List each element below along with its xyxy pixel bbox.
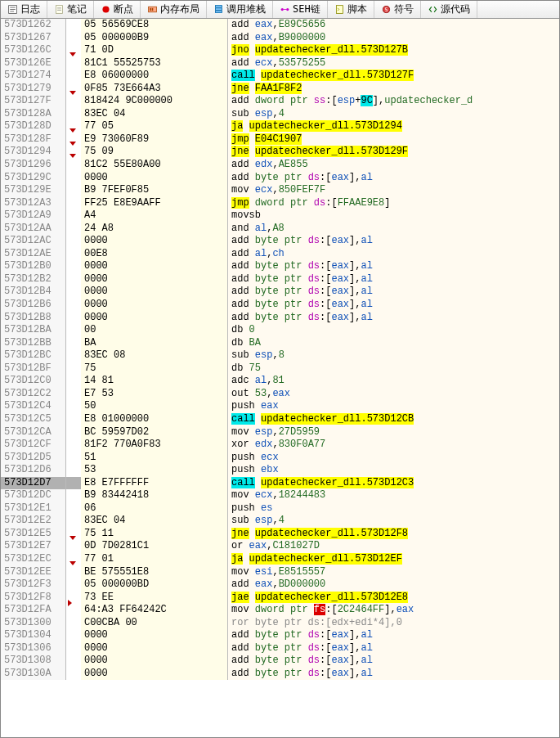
disasm-row[interactable]: 573D12B80000add byte ptr ds:[eax],al [1, 312, 559, 325]
address: 573D12EE [1, 566, 66, 579]
disassembly: call updatechecker_dll.573D127F [228, 70, 559, 83]
disasm-row[interactable]: 573D12D653push ebx [1, 464, 559, 477]
disasm-row[interactable]: 573D12D7E8 E7FFFFFFcall updatechecker_dl… [1, 477, 559, 490]
tab-notes[interactable]: 笔记 [47, 1, 94, 18]
bytes: 05 56569CE8 [81, 19, 228, 32]
disasm-row[interactable]: 573D12E106push es [1, 502, 559, 515]
disassembly: call updatechecker_dll.573D12C3 [228, 477, 559, 490]
disassembly: jne updatechecker_dll.573D12F8 [228, 528, 559, 541]
disassembly: add byte ptr ds:[eax],al [228, 299, 559, 312]
disasm-row[interactable]: 573D12C2E7 53out 53,eax [1, 388, 559, 401]
disasm-row[interactable]: 573D12C450push eax [1, 400, 559, 413]
address: 573D12C4 [1, 400, 66, 413]
tab-script[interactable]: 脚本 [328, 1, 374, 18]
disasm-row[interactable]: 573D12BBBAdb BA [1, 337, 559, 350]
disasm-row[interactable]: 573D12A9A4movsb [1, 209, 559, 223]
disasm-row[interactable]: 573D12E70D 7D0281C1or eax,C181027D [1, 540, 559, 553]
disasm-row[interactable]: 573D12DCB9 83442418mov ecx,18244483 [1, 489, 559, 502]
disasm-row[interactable]: 573D12B20000add byte ptr ds:[eax],al [1, 273, 559, 286]
bytes: 51 [81, 452, 228, 465]
address: 573D12B8 [1, 312, 66, 325]
disasm-row[interactable]: 573D12BF75db 75 [1, 362, 559, 376]
disasm-row[interactable]: 573D12F873 EEjae updatechecker_dll.573D1… [1, 592, 559, 605]
disasm-row[interactable]: 573D12EC77 01ja updatechecker_dll.573D12… [1, 553, 559, 566]
tab-memmap[interactable]: 内存布局 [141, 1, 207, 18]
disasm-row[interactable]: 573D126205 56569CE8add eax,E89C5656 [1, 19, 559, 32]
disasm-row[interactable]: 573D128FE9 73060F89jmp E04C1907 [1, 133, 559, 146]
disasm-row[interactable]: 573D1274E8 06000000call updatechecker_dl… [1, 70, 559, 83]
disasm-row[interactable]: 573D12AC0000add byte ptr ds:[eax],al [1, 235, 559, 248]
bytes: BA [81, 337, 228, 350]
disassembly: push ebx [228, 464, 559, 477]
disasm-row[interactable]: 573D129C0000add byte ptr ds:[eax],al [1, 172, 559, 185]
address: 573D12CA [1, 426, 66, 439]
bytes: 73 EE [81, 592, 228, 605]
disasm-row[interactable]: 573D12A3FF25 E8E9AAFFjmp dword ptr ds:[F… [1, 197, 559, 210]
bytes: B9 83442418 [81, 489, 228, 502]
disasm-row[interactable]: 573D129681C2 55E80A00add edx,AE855 [1, 159, 559, 172]
tab-breakpoints[interactable]: 断点 [94, 1, 141, 18]
bytes: 00 [81, 324, 228, 337]
disasm-row[interactable]: 573D126C71 0Djno updatechecker_dll.573D1… [1, 44, 559, 57]
disasm-row[interactable]: 573D12AA24 A8and al,A8 [1, 223, 559, 236]
address: 573D12F8 [1, 592, 66, 605]
address: 573D126E [1, 57, 66, 70]
disasm-row[interactable]: 573D129EB9 7FEF0F85mov ecx,850FEF7F [1, 184, 559, 197]
disasm-row[interactable]: 573D129475 09jne updatechecker_dll.573D1… [1, 146, 559, 159]
disasm-row[interactable]: 573D12FA64:A3 FF64242Cmov dword ptr fs:[… [1, 604, 559, 617]
disasm-row[interactable]: 573D128D77 05ja updatechecker_dll.573D12… [1, 120, 559, 133]
disasm-row[interactable]: 573D12EEBE 575551E8mov esi,E8515557 [1, 566, 559, 579]
tab-symbols[interactable]: S符号 [374, 1, 421, 18]
svg-rect-12 [215, 8, 222, 10]
disassembly: mov dword ptr fs:[2C2464FF],eax [228, 604, 559, 617]
disasm-row[interactable]: 573D12AE00E8add al,ch [1, 248, 559, 261]
disassembly: sub esp,4 [228, 108, 559, 121]
disasm-row[interactable]: 573D12C014 81adc al,81 [1, 375, 559, 388]
disassembly: mov ecx,18244483 [228, 489, 559, 502]
disasm-row[interactable]: 573D12B60000add byte ptr ds:[eax],al [1, 299, 559, 312]
disasm-row[interactable]: 573D128A83EC 04sub esp,4 [1, 108, 559, 121]
disasm-row[interactable]: 573D127F818424 9C000000add dword ptr ss:… [1, 95, 559, 108]
bytes: 81C1 55525753 [81, 57, 228, 70]
disasm-row[interactable]: 573D12E283EC 04sub esp,4 [1, 515, 559, 528]
disassembly: out 53,eax [228, 388, 559, 401]
disasm-row[interactable]: 573D12C5E8 01000000call updatechecker_dl… [1, 413, 559, 426]
bytes: 0000 [81, 312, 228, 325]
address: 573D12DC [1, 489, 66, 502]
address: 573D1294 [1, 146, 66, 159]
disassembly: ja updatechecker_dll.573D1294 [228, 120, 559, 133]
address: 573D12E5 [1, 528, 66, 541]
bytes: 83EC 08 [81, 349, 228, 362]
disassembly-view[interactable]: 573D126205 56569CE8add eax,E89C5656573D1… [1, 19, 559, 680]
disasm-row[interactable]: 573D1300C00CBA 00ror byte ptr ds:[edx+ed… [1, 617, 559, 630]
disasm-row[interactable]: 573D126705 000000B9add eax,B9000000 [1, 32, 559, 45]
disasm-row[interactable]: 573D13060000add byte ptr ds:[eax],al [1, 642, 559, 655]
disassembly: add byte ptr ds:[eax],al [228, 172, 559, 185]
bytes: 81F2 770A0F83 [81, 439, 228, 452]
disasm-row[interactable]: 573D12B00000add byte ptr ds:[eax],al [1, 260, 559, 273]
disasm-row[interactable]: 573D12CF81F2 770A0F83xor edx,830F0A77 [1, 439, 559, 452]
disasm-row[interactable]: 573D12D551push ecx [1, 452, 559, 465]
memory-icon [147, 4, 158, 15]
disasm-row[interactable]: 573D130A0000add byte ptr ds:[eax],al [1, 668, 559, 681]
tab-source[interactable]: 源代码 [421, 1, 477, 18]
bytes: 77 01 [81, 553, 228, 566]
disasm-row[interactable]: 573D12B40000add byte ptr ds:[eax],al [1, 286, 559, 299]
toolbar: 日志笔记断点内存布局调用堆栈SEH链脚本S符号源代码 [1, 1, 559, 19]
address: 573D12CF [1, 439, 66, 452]
disasm-row[interactable]: 573D12F305 000000BDadd eax,BD000000 [1, 578, 559, 592]
tab-seh[interactable]: SEH链 [273, 1, 328, 18]
bytes: 05 000000B9 [81, 32, 228, 45]
disasm-row[interactable]: 573D12E575 11jne updatechecker_dll.573D1… [1, 528, 559, 541]
disasm-row[interactable]: 573D12BA00db 0 [1, 324, 559, 337]
address: 573D1279 [1, 83, 66, 96]
tab-callstack[interactable]: 调用堆栈 [207, 1, 273, 18]
disasm-row[interactable]: 573D12BC83EC 08sub esp,8 [1, 349, 559, 362]
address: 573D12D7 [1, 477, 66, 490]
tab-log[interactable]: 日志 [1, 1, 47, 18]
disasm-row[interactable]: 573D13080000add byte ptr ds:[eax],al [1, 655, 559, 668]
disasm-row[interactable]: 573D12CABC 59597D02mov esp,27D5959 [1, 426, 559, 439]
disasm-row[interactable]: 573D126E81C1 55525753add ecx,53575255 [1, 57, 559, 70]
disasm-row[interactable]: 573D13040000add byte ptr ds:[eax],al [1, 629, 559, 642]
disasm-row[interactable]: 573D12790F85 73E664A3jne FAA1F8F2 [1, 83, 559, 96]
